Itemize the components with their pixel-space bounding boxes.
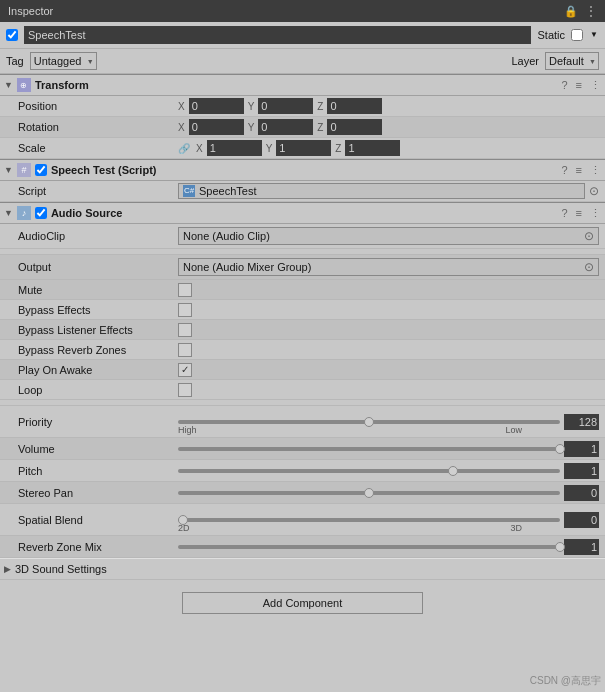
tag-select[interactable]: Untagged: [30, 52, 97, 70]
rot-z-label: Z: [317, 122, 323, 133]
audio-settings-icon[interactable]: ≡: [576, 207, 582, 219]
priority-slider-thumb[interactable]: [364, 417, 374, 427]
rot-z-input[interactable]: [327, 119, 382, 135]
layer-select[interactable]: Default: [545, 52, 599, 70]
spatial-blend-slider-track[interactable]: 2D 3D: [178, 518, 560, 522]
stereo-pan-slider-thumb[interactable]: [364, 488, 374, 498]
scale-x-input[interactable]: [207, 140, 262, 156]
stereo-pan-value[interactable]: 0: [564, 485, 599, 501]
transform-title: Transform: [35, 79, 558, 91]
tag-layer-row: Tag Untagged Layer Default: [0, 49, 605, 74]
script-props: Script C# SpeechTest ⊙: [0, 181, 605, 202]
rotation-label: Rotation: [18, 121, 178, 133]
bypass-listener-checkbox[interactable]: [178, 323, 192, 337]
audio-menu-icon[interactable]: ⋮: [590, 207, 601, 220]
pos-x-input[interactable]: [189, 98, 244, 114]
rot-x-input[interactable]: [189, 119, 244, 135]
volume-slider-track[interactable]: [178, 447, 560, 451]
audio-collapse-icon[interactable]: ▼: [4, 208, 13, 218]
static-dropdown-icon[interactable]: ▼: [589, 30, 599, 40]
sound3d-label[interactable]: 3D Sound Settings: [15, 563, 107, 575]
stereo-pan-slider-container: 0: [178, 485, 599, 501]
mute-row: Mute: [0, 280, 605, 300]
transform-settings-icon[interactable]: ≡: [576, 79, 582, 91]
pitch-slider-thumb[interactable]: [448, 466, 458, 476]
audio-volume-icon: ♪: [17, 206, 31, 220]
position-label: Position: [18, 100, 178, 112]
object-name-input[interactable]: [24, 26, 531, 44]
priority-hint-left: High: [178, 425, 197, 435]
script-menu-icon[interactable]: ⋮: [590, 164, 601, 177]
stereo-pan-slider-track[interactable]: [178, 491, 560, 495]
loop-label: Loop: [18, 384, 178, 396]
reverb-mix-value[interactable]: 1: [564, 539, 599, 555]
spatial-blend-value[interactable]: 0: [564, 512, 599, 528]
audio-help-icon[interactable]: ?: [561, 207, 567, 219]
bypass-listener-row: Bypass Listener Effects: [0, 320, 605, 340]
scale-y-label: Y: [266, 143, 273, 154]
layer-select-wrapper[interactable]: Default: [545, 52, 599, 70]
audioclip-target-icon[interactable]: ⊙: [584, 229, 594, 243]
volume-slider-container: 1: [178, 441, 599, 457]
watermark: CSDN @高思宇: [530, 674, 601, 688]
scale-z-input[interactable]: [345, 140, 400, 156]
layer-label: Layer: [511, 55, 539, 67]
script-name-box[interactable]: C# SpeechTest: [178, 183, 585, 199]
priority-slider-container: High Low 128: [178, 414, 599, 430]
output-target-icon[interactable]: ⊙: [584, 260, 594, 274]
script-target-icon[interactable]: ⊙: [589, 184, 599, 198]
scale-y-input[interactable]: [276, 140, 331, 156]
priority-value[interactable]: 128: [564, 414, 599, 430]
menu-icon[interactable]: ⋮: [584, 3, 597, 19]
play-on-awake-label: Play On Awake: [18, 364, 178, 376]
bypass-reverb-checkbox[interactable]: [178, 343, 192, 357]
script-collapse-icon[interactable]: ▼: [4, 165, 13, 175]
mute-checkbox[interactable]: [178, 283, 192, 297]
rot-y-input[interactable]: [258, 119, 313, 135]
pos-y-input[interactable]: [258, 98, 313, 114]
volume-slider-thumb[interactable]: [555, 444, 565, 454]
script-help-icon[interactable]: ?: [561, 164, 567, 176]
transform-collapse-icon[interactable]: ▼: [4, 80, 13, 90]
audioclip-label: AudioClip: [18, 230, 178, 242]
audio-active-checkbox[interactable]: [35, 207, 47, 219]
audio-props: AudioClip None (Audio Clip) ⊙ Output Non…: [0, 224, 605, 580]
play-on-awake-checkbox[interactable]: [178, 363, 192, 377]
output-value-box[interactable]: None (Audio Mixer Group) ⊙: [178, 258, 599, 276]
static-checkbox[interactable]: [571, 29, 583, 41]
lock-icon[interactable]: 🔒: [564, 5, 578, 18]
priority-slider-track[interactable]: High Low: [178, 420, 560, 424]
object-active-checkbox[interactable]: [6, 29, 18, 41]
inspector-header-left: Inspector: [8, 5, 53, 17]
volume-value[interactable]: 1: [564, 441, 599, 457]
pos-x-label: X: [178, 101, 185, 112]
sound3d-collapse-icon[interactable]: ▶: [4, 564, 11, 574]
pitch-slider-track[interactable]: [178, 469, 560, 473]
bypass-effects-checkbox[interactable]: [178, 303, 192, 317]
reverb-mix-slider-track[interactable]: [178, 545, 560, 549]
script-field-row: Script C# SpeechTest ⊙: [0, 181, 605, 202]
add-component-button[interactable]: Add Component: [182, 592, 424, 614]
bypass-effects-label: Bypass Effects: [18, 304, 178, 316]
loop-checkbox[interactable]: [178, 383, 192, 397]
reverb-mix-label: Reverb Zone Mix: [18, 541, 178, 553]
transform-icon: ⊕: [17, 78, 31, 92]
loop-row: Loop: [0, 380, 605, 400]
tag-select-wrapper[interactable]: Untagged: [30, 52, 97, 70]
static-label: Static: [537, 29, 565, 41]
transform-help-icon[interactable]: ?: [561, 79, 567, 91]
transform-menu-icon[interactable]: ⋮: [590, 79, 601, 92]
script-settings-icon[interactable]: ≡: [576, 164, 582, 176]
reverb-mix-row: Reverb Zone Mix 1: [0, 536, 605, 558]
pitch-row: Pitch 1: [0, 460, 605, 482]
script-active-checkbox[interactable]: [35, 164, 47, 176]
audioclip-row: AudioClip None (Audio Clip) ⊙: [0, 224, 605, 249]
pitch-value[interactable]: 1: [564, 463, 599, 479]
reverb-mix-slider-thumb[interactable]: [555, 542, 565, 552]
transform-section-icons: ? ≡ ⋮: [561, 79, 601, 92]
pos-z-input[interactable]: [327, 98, 382, 114]
volume-label: Volume: [18, 443, 178, 455]
audioclip-value-box[interactable]: None (Audio Clip) ⊙: [178, 227, 599, 245]
spatial-blend-slider-thumb[interactable]: [178, 515, 188, 525]
stereo-pan-label: Stereo Pan: [18, 487, 178, 499]
